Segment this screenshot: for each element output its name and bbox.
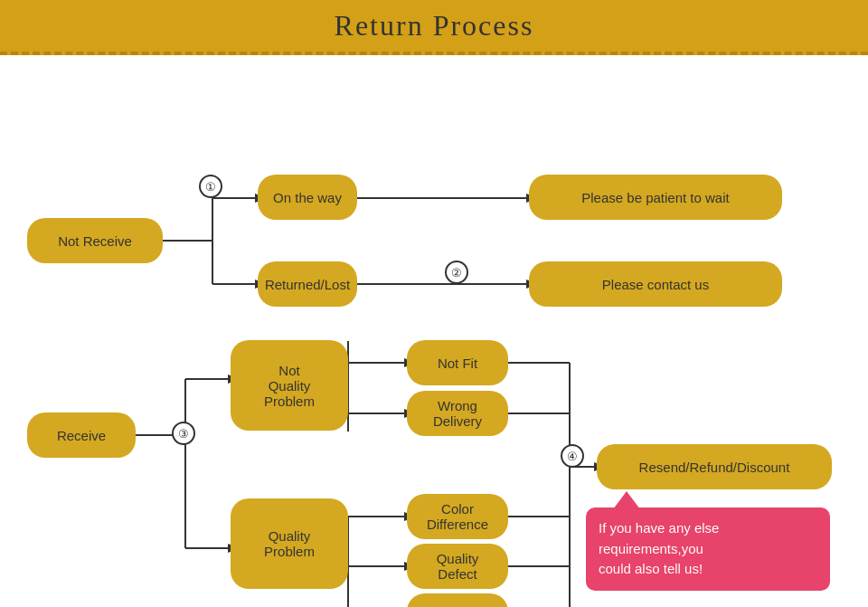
circle-2: ② bbox=[445, 261, 468, 284]
page-header: Return Process bbox=[0, 0, 868, 55]
diagram-area: ① ② ③ ④ Not Receive On the way Returned/… bbox=[0, 64, 868, 607]
wrong-delivery-box: Wrong Delivery bbox=[407, 391, 508, 436]
please-wait-box: Please be patient to wait bbox=[529, 175, 782, 220]
damage-box: Damage bbox=[407, 593, 508, 607]
speech-bubble: If you have any else requirements,you co… bbox=[586, 507, 830, 591]
not-receive-box: Not Receive bbox=[27, 218, 163, 263]
on-the-way-box: On the way bbox=[258, 175, 357, 220]
quality-problem-box: Quality Problem bbox=[231, 498, 348, 589]
circle-4: ④ bbox=[561, 444, 584, 468]
resend-box: Resend/Refund/Discount bbox=[597, 444, 832, 489]
page-title: Return Process bbox=[335, 9, 534, 42]
circle-1: ① bbox=[199, 175, 222, 198]
returned-lost-box: Returned/Lost bbox=[258, 261, 357, 307]
speech-bubble-text: If you have any else requirements,you co… bbox=[599, 520, 719, 576]
circle-3: ③ bbox=[172, 422, 195, 445]
quality-defect-box: Quality Defect bbox=[407, 544, 508, 589]
not-quality-box: Not Quality Problem bbox=[231, 340, 348, 431]
not-fit-box: Not Fit bbox=[407, 340, 508, 385]
please-contact-box: Please contact us bbox=[529, 261, 782, 307]
color-difference-box: Color Difference bbox=[407, 494, 508, 539]
receive-box: Receive bbox=[27, 413, 136, 458]
